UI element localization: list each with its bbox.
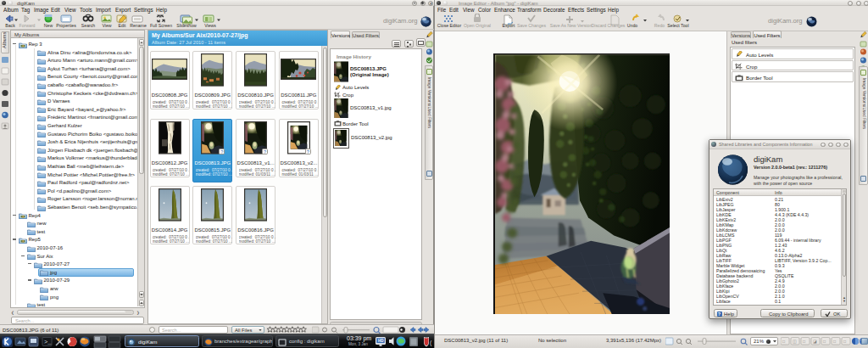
svg-text:□: □ [782,339,785,344]
svg-text:>_: >_ [44,339,52,345]
svg-text:□: □ [833,339,836,344]
svg-text:(: ( [430,340,432,346]
svg-text:HD: HD [378,339,384,343]
svg-text:□: □ [803,339,805,344]
svg-text:□: □ [843,339,846,344]
svg-text:◫: ◫ [793,339,797,344]
svg-text:◪: ◪ [813,339,817,344]
svg-text:□: □ [823,339,826,344]
